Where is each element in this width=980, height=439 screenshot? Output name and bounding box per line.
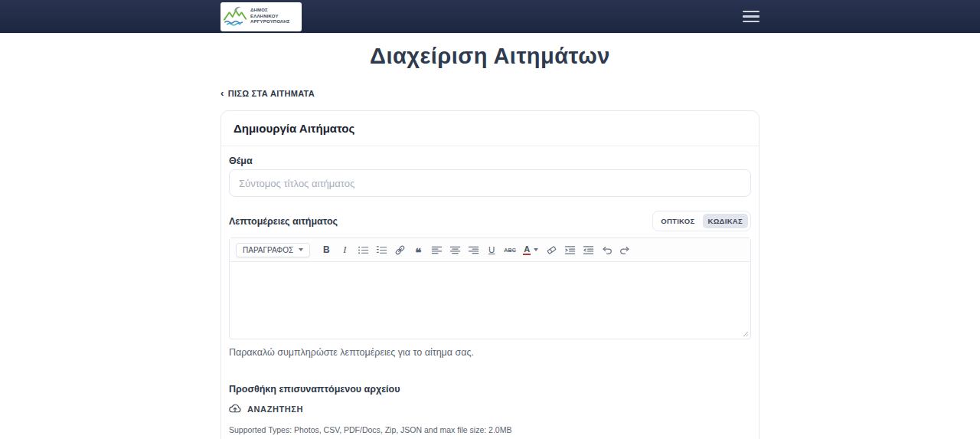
rich-text-editor: ΠΑΡΑΓΡΑΦΟΣ B I xyxy=(229,238,751,339)
attachment-label: Προσθήκη επισυναπτόμενου αρχείου xyxy=(229,384,751,395)
strikethrough-button[interactable]: ABC xyxy=(501,241,518,258)
resize-handle[interactable] xyxy=(741,329,749,337)
back-link-label: ΠΙΣΩ ΣΤΑ ΑΙΤΗΜΑΤΑ xyxy=(228,89,315,98)
paragraph-format-dropdown[interactable]: ΠΑΡΑΓΡΑΦΟΣ xyxy=(236,243,310,257)
municipality-name: ΔΗΜΟΣ ΕΛΛΗΝΙΚΟΥ ΑΡΓΥΡΟΥΠΟΛΗΣ xyxy=(250,8,290,25)
align-left-icon[interactable] xyxy=(428,241,445,258)
text-color-button[interactable]: A xyxy=(520,241,541,258)
back-to-requests-link[interactable]: ‹ ΠΙΣΩ ΣΤΑ ΑΙΤΗΜΑΤΑ xyxy=(220,88,315,98)
municipality-emblem-icon xyxy=(224,4,248,30)
redo-icon[interactable] xyxy=(616,241,633,258)
underline-button[interactable]: U xyxy=(483,241,500,258)
top-navbar: ΔΗΜΟΣ ΕΛΛΗΝΙΚΟΥ ΑΡΓΥΡΟΥΠΟΛΗΣ xyxy=(0,0,980,34)
blockquote-icon[interactable]: ❝ xyxy=(410,241,426,258)
bold-button[interactable]: B xyxy=(318,241,335,258)
clear-format-icon[interactable] xyxy=(543,241,560,258)
editor-toolbar: ΠΑΡΑΓΡΑΦΟΣ B I xyxy=(230,238,750,262)
municipality-logo[interactable]: ΔΗΜΟΣ ΕΛΛΗΝΙΚΟΥ ΑΡΓΥΡΟΥΠΟΛΗΣ xyxy=(220,2,302,31)
indent-decrease-icon[interactable] xyxy=(580,241,596,258)
menu-hamburger-icon[interactable] xyxy=(743,8,760,26)
card-header: Δημιουργία Αιτήματος xyxy=(221,111,759,146)
editor-content-area[interactable] xyxy=(230,262,750,339)
details-label: Λεπτομέρειες αιτήματος xyxy=(229,216,338,227)
italic-button[interactable]: I xyxy=(336,241,353,258)
editor-mode-toggle: ΟΠΤΙΚΟΣ ΚΩΔΙΚΑΣ xyxy=(652,211,751,231)
chevron-down-icon xyxy=(299,248,303,251)
subject-input[interactable] xyxy=(229,169,751,197)
align-center-icon[interactable] xyxy=(446,241,463,258)
page-title: Διαχείριση Αιτημάτων xyxy=(0,44,980,69)
browse-files-label: ΑΝΑΖΗΤΗΣΗ xyxy=(247,405,303,414)
numbered-list-icon[interactable] xyxy=(373,241,390,258)
supported-types-text: Supported Types: Photos, CSV, PDF/Docs, … xyxy=(229,425,751,434)
chevron-left-icon: ‹ xyxy=(220,88,224,98)
browse-files-button[interactable]: ΑΝΑΖΗΤΗΣΗ xyxy=(229,403,303,415)
visual-mode-button[interactable]: ΟΠΤΙΚΟΣ xyxy=(655,214,700,228)
link-icon[interactable] xyxy=(391,241,408,258)
subject-label: Θέμα xyxy=(229,156,751,166)
details-help-text: Παρακαλώ συμπληρώστε λεπτομέρειες για το… xyxy=(229,347,751,358)
indent-increase-icon[interactable] xyxy=(561,241,578,258)
undo-icon[interactable] xyxy=(598,241,615,258)
card-title: Δημιουργία Αιτήματος xyxy=(234,122,746,135)
align-right-icon[interactable] xyxy=(465,241,482,258)
cloud-upload-icon xyxy=(229,403,241,415)
code-mode-button[interactable]: ΚΩΔΙΚΑΣ xyxy=(703,214,748,228)
create-request-card: Δημιουργία Αιτήματος Θέμα Λεπτομέρειες α… xyxy=(220,110,760,439)
chevron-down-icon xyxy=(534,248,538,251)
bullet-list-icon[interactable] xyxy=(354,241,371,258)
